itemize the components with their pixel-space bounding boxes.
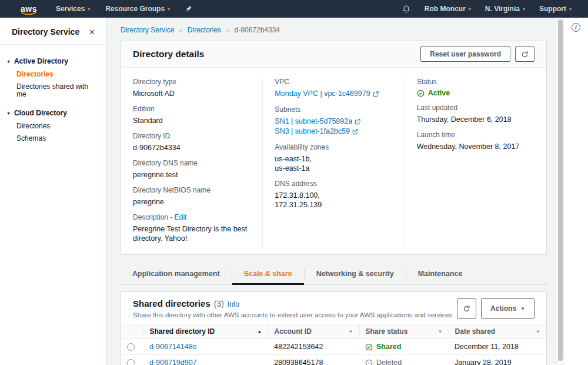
status-value: Active [428, 89, 450, 97]
panel-title: Directory details [133, 49, 204, 59]
field-directory-id: Directory ID d-90672b4334 [133, 132, 250, 152]
az-line-2: us-east-1a [275, 164, 392, 173]
table-header-date-shared[interactable]: Date shared▼ [449, 324, 546, 339]
date-shared-cell: December 11, 2018 [449, 339, 546, 355]
main-content: Directory Service > Directories > d-9067… [106, 18, 557, 365]
table-header-shared-directory-id[interactable]: Shared directory ID▲ [143, 324, 268, 339]
user-account-menu[interactable]: Rob Moncur ▾ [425, 5, 471, 13]
field-edition: Edition Standard [133, 105, 250, 125]
tab-scale-and-share[interactable]: Scale & share [232, 265, 304, 285]
subnet-link-2[interactable]: SN3 | subnet-1fa2bc59 [275, 127, 350, 137]
sort-descending-icon: ▼ [438, 329, 443, 334]
pin-shortcut-icon[interactable] [185, 5, 192, 12]
sidebar-item-directories[interactable]: Directories [0, 68, 106, 81]
bell-icon [402, 5, 410, 14]
external-link-icon [355, 119, 360, 125]
table-header-select [121, 324, 143, 339]
row-radio-button[interactable] [127, 359, 135, 365]
az-line-1: us-east-1b, [275, 154, 392, 164]
details-column-1: Directory type Microsoft AD Edition Stan… [121, 78, 262, 250]
sidebar-item-schemas[interactable]: Schemas [0, 132, 106, 145]
tab-application-management[interactable]: Application management [121, 265, 232, 284]
shared-directory-id-link[interactable]: d-906714148e [149, 343, 197, 351]
shared-directories-header: Shared directories (3) Info Share this d… [121, 292, 546, 324]
resource-groups-menu[interactable]: Resource Groups ▾ [105, 5, 170, 13]
aws-logo[interactable]: aws [21, 5, 37, 13]
sidebar-section-cloud-directory: ▼ Cloud Directory Directories Schemas [0, 106, 106, 145]
pushpin-icon [185, 5, 192, 12]
tab-maintenance[interactable]: Maintenance [406, 265, 475, 284]
field-label: Directory DNS name [133, 159, 250, 167]
field-label: Directory NetBIOS name [133, 186, 250, 194]
share-status-cell: Deleted [359, 355, 449, 365]
table-header-share-status[interactable]: Share status▼ [359, 324, 449, 339]
field-directory-netbios-name: Directory NetBIOS name peregrine [133, 186, 250, 207]
vpc-link[interactable]: Monday VPC | vpc-1c469979 [275, 89, 370, 99]
reset-user-password-button[interactable]: Reset user password [420, 47, 510, 62]
support-menu[interactable]: Support ▾ [539, 5, 572, 13]
breadcrumb-current-directory-id: d-90672b4334 [235, 26, 280, 34]
info-link[interactable]: Info [228, 300, 239, 308]
external-link-icon [352, 129, 358, 135]
triangle-down-icon: ▼ [6, 59, 11, 64]
field-value: Standard [133, 116, 250, 125]
refresh-button[interactable] [515, 47, 534, 62]
sidebar-section-header-active-directory[interactable]: ▼ Active Directory [0, 54, 106, 68]
field-vpc: VPC Monday VPC | vpc-1c469979 [275, 78, 392, 99]
field-label: Directory type [133, 78, 250, 86]
region-menu[interactable]: N. Virginia ▾ [485, 5, 525, 13]
chevron-down-icon: ▾ [469, 6, 471, 12]
row-radio-button[interactable] [127, 343, 135, 351]
table-header-account-id[interactable]: Account ID▼ [268, 324, 359, 339]
field-label: Availability zones [275, 143, 392, 151]
scrollbar[interactable] [558, 19, 563, 361]
field-label: Status [417, 78, 534, 86]
description-label: Description - [133, 213, 172, 221]
resource-groups-label: Resource Groups [105, 5, 165, 13]
field-directory-dns-name: Directory DNS name peregrine.test [133, 159, 250, 180]
breadcrumb-directories[interactable]: Directories [188, 26, 221, 34]
directory-details-header: Directory details Reset user password [121, 41, 546, 68]
subnet-link-1[interactable]: SN1 | subnet-5d75892a [275, 117, 352, 127]
field-label: DNS address [275, 180, 392, 188]
sidebar-item-directories-shared-with-me[interactable]: Directories shared with me [0, 81, 106, 101]
field-availability-zones: Availability zones us-east-1b, us-east-1… [275, 143, 392, 173]
header-label: Share status [366, 327, 408, 336]
field-label: Last updated [417, 104, 534, 112]
chevron-down-icon: ▾ [569, 6, 572, 12]
shared-directory-id-link[interactable]: d-906719d907 [149, 359, 197, 365]
tab-networking-and-security[interactable]: Networking & security [305, 265, 406, 284]
description-value: Peregrine Test Directory is the best dir… [133, 224, 250, 243]
refresh-shared-button[interactable] [457, 298, 476, 318]
field-value: Microsoft AD [133, 89, 250, 98]
sidebar-nav: ▼ Active Directory Directories Directori… [0, 45, 106, 145]
breadcrumb: Directory Service > Directories > d-9067… [106, 18, 557, 34]
services-menu[interactable]: Services ▾ [56, 5, 90, 13]
triangle-down-icon: ▼ [6, 111, 11, 115]
refresh-icon [463, 305, 470, 313]
row-select-cell [121, 355, 143, 365]
field-value: d-90672b4334 [133, 143, 250, 152]
dns-line-2: 172.31.25.139 [275, 200, 392, 210]
top-navigation-bar: aws Services ▾ Resource Groups ▾ Rob Mon… [0, 0, 588, 18]
info-icon[interactable]: i [572, 23, 580, 32]
caret-down-icon: ▼ [520, 306, 525, 311]
notifications-bell-icon[interactable] [402, 5, 410, 14]
sidebar: Directory Service ✕ ▼ Active Directory D… [0, 18, 106, 365]
breadcrumb-directory-service[interactable]: Directory Service [121, 26, 174, 34]
actions-button[interactable]: Actions ▼ [481, 298, 534, 318]
field-label: Edition [133, 105, 250, 113]
edit-description-link[interactable]: Edit [175, 213, 187, 221]
field-label: Directory ID [133, 132, 250, 140]
sidebar-item-cloud-directories[interactable]: Directories [0, 120, 106, 132]
field-value: peregrine [133, 197, 250, 207]
breadcrumb-separator: > [179, 26, 182, 34]
share-status-value: Shared [376, 343, 401, 351]
close-icon[interactable]: ✕ [89, 28, 95, 36]
sidebar-section-header-cloud-directory[interactable]: ▼ Cloud Directory [0, 106, 106, 120]
actions-button-label: Actions [490, 304, 516, 313]
field-dns-address: DNS address 172.31.8.100, 172.31.25.139 [275, 180, 392, 210]
directory-details-body: Directory type Microsoft AD Edition Stan… [121, 68, 546, 254]
shared-directory-id-cell: d-906714148e [143, 339, 268, 355]
field-label: Description - Edit [133, 213, 250, 221]
